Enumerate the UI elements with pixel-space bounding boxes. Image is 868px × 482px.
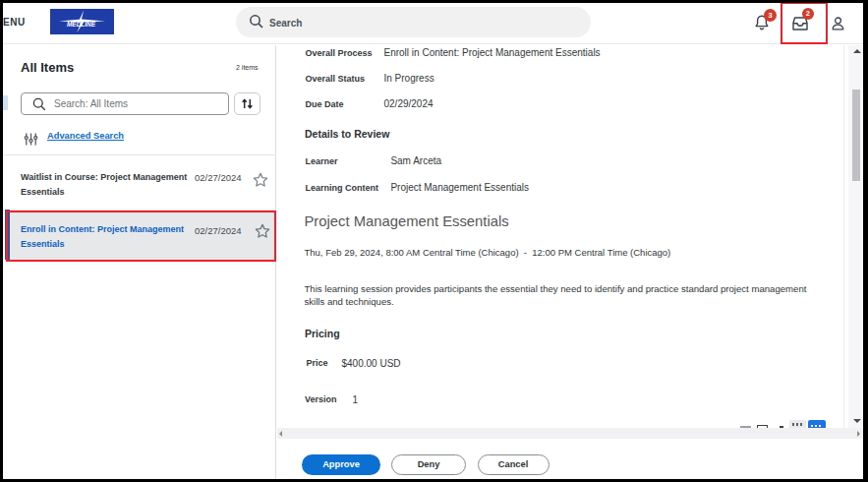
svg-text:MEDLINE: MEDLINE <box>67 21 96 28</box>
